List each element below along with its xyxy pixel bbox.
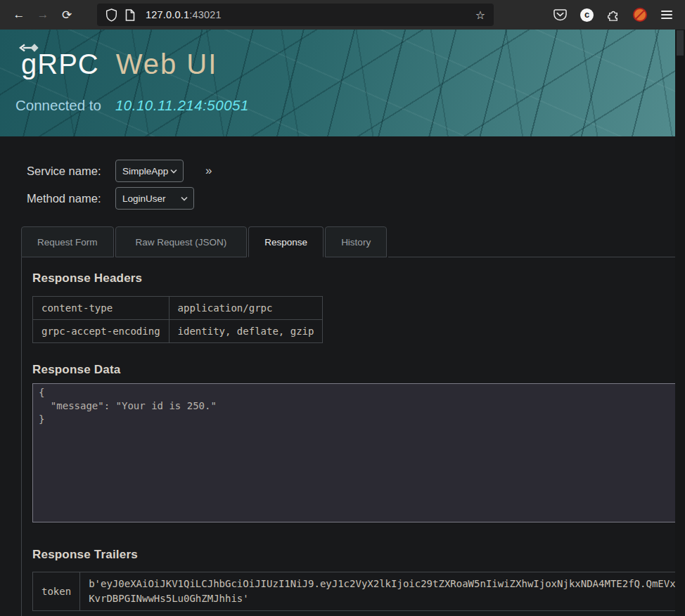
response-headers-title: Response Headers: [32, 271, 685, 285]
connected-address: 10.10.11.214:50051: [115, 97, 249, 114]
tab-bar-filler: [388, 226, 685, 257]
chevron-down-icon: [170, 169, 177, 174]
tab-response[interactable]: Response: [248, 226, 324, 257]
service-select[interactable]: SimpleApp: [115, 160, 184, 182]
chevron-down-icon: [181, 196, 188, 201]
expand-services-button[interactable]: »: [205, 164, 212, 178]
rpc-controls: Service name: SimpleApp » Method name: L…: [0, 136, 675, 210]
app-title-rest: Web UI: [116, 49, 218, 80]
tab-request-form[interactable]: Request Form: [21, 226, 114, 257]
page-header-banner: gRPC Web UI Connected to 10.10.11.214:50…: [0, 30, 675, 136]
shield-icon[interactable]: [105, 8, 117, 22]
service-row: Service name: SimpleApp »: [27, 160, 675, 182]
url-text[interactable]: 127.0.0.1:43021: [146, 9, 470, 20]
service-name-label: Service name:: [27, 165, 115, 178]
table-row: content-type application/grpc: [33, 297, 323, 320]
bookmark-star-icon[interactable]: ☆: [475, 8, 485, 22]
extension-c-icon[interactable]: c: [580, 8, 594, 23]
grpc-logo: gRPC: [21, 49, 99, 80]
method-select[interactable]: LoginUser: [115, 187, 194, 210]
table-row: grpc-accept-encoding identity, deflate, …: [33, 320, 323, 343]
blocked-extension-icon[interactable]: [633, 8, 647, 22]
trailer-value: b'eyJ0eXAiOiJKV1QiLCJhbGciOiJIUzI1NiJ9.e…: [80, 572, 685, 611]
table-row: token b'eyJ0eXAiOiJKV1QiLCJhbGciOiJIUzI1…: [33, 572, 685, 611]
header-key: grpc-accept-encoding: [33, 320, 169, 343]
response-data-title: Response Data: [32, 363, 685, 377]
service-select-value: SimpleApp: [122, 166, 168, 177]
url-host: 127.0.0.1: [146, 9, 189, 20]
back-icon[interactable]: ←: [7, 4, 31, 25]
page-scrollbar[interactable]: [675, 30, 685, 616]
tab-raw-request-json[interactable]: Raw Request (JSON): [115, 226, 248, 257]
header-value: application/grpc: [169, 297, 323, 320]
response-trailers-table: token b'eyJ0eXAiOiJKV1QiLCJhbGciOiJIUzI1…: [32, 572, 685, 611]
token-line-2: KvrDBPGINwwHs5Lu0GhZMJhhis': [89, 591, 685, 606]
pocket-icon[interactable]: [553, 8, 568, 23]
header-value: identity, deflate, gzip: [169, 320, 323, 343]
response-data-textarea[interactable]: { "message": "Your id is 250." }: [32, 383, 685, 522]
method-select-value: LoginUser: [122, 193, 166, 204]
tab-bar: Request Form Raw Request (JSON) Response…: [0, 226, 685, 257]
token-line-1: b'eyJ0eXAiOiJKV1QiLCJhbGciOiJIUzI1NiJ9.e…: [89, 577, 685, 591]
grpc-logo-arrow-icon: [18, 44, 39, 52]
trailer-key: token: [33, 572, 80, 611]
response-trailers-title: Response Trailers: [32, 548, 685, 562]
response-headers-table: content-type application/grpc grpc-accep…: [32, 296, 323, 343]
header-key: content-type: [33, 297, 169, 320]
response-panel: Response Headers content-type applicatio…: [21, 257, 685, 616]
nav-buttons: ← → ⟳: [0, 4, 79, 25]
app-title: gRPC Web UI: [21, 49, 217, 80]
forward-icon[interactable]: →: [31, 4, 55, 25]
browser-toolbar: ← → ⟳ 127.0.0.1:43021 ☆ c: [0, 0, 685, 30]
extensions-puzzle-icon[interactable]: [606, 8, 621, 23]
url-port: :43021: [189, 9, 222, 20]
reload-icon[interactable]: ⟳: [55, 4, 79, 25]
toolbar-extensions: c: [553, 8, 685, 23]
page-info-icon[interactable]: [125, 9, 135, 21]
tab-history[interactable]: History: [325, 226, 387, 257]
connected-label: Connected to: [15, 97, 101, 114]
url-bar[interactable]: 127.0.0.1:43021 ☆: [97, 4, 494, 26]
method-name-label: Method name:: [27, 192, 115, 205]
method-row: Method name: LoginUser: [27, 187, 675, 210]
scrollbar-thumb[interactable]: [677, 30, 684, 56]
connection-status: Connected to 10.10.11.214:50051: [15, 97, 249, 114]
menu-icon[interactable]: [659, 8, 674, 23]
